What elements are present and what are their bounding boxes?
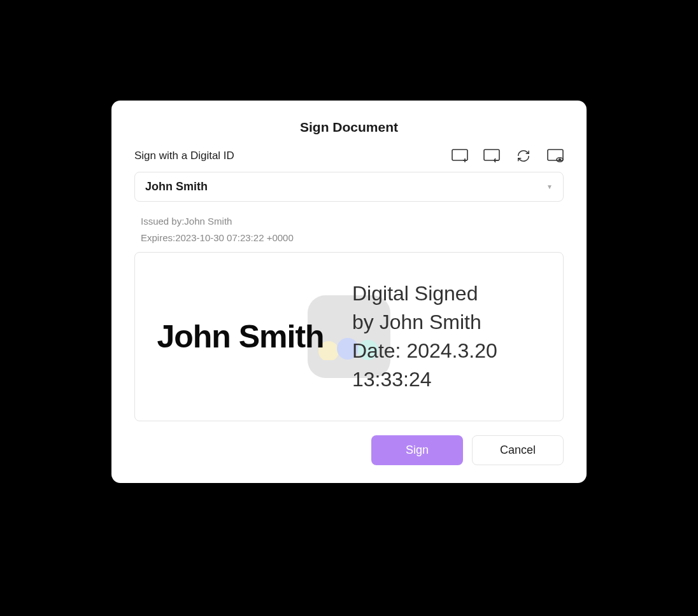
appearance-button[interactable] [547,148,564,164]
sign-document-dialog: Sign Document Sign with a Digital ID [111,101,587,483]
refresh-icon [515,149,532,163]
signature-detail-line: 13:33:24 [352,365,563,394]
signature-details-area: Digital Signed by John Smith Date: 2024.… [346,279,563,393]
refresh-button[interactable] [515,148,532,164]
expires-text: Expires:2023-10-30 07:23:22 +0000 [141,230,564,246]
import-box-icon [483,149,500,163]
signature-name: John Smith [135,318,346,355]
signature-name-area: John Smith [135,318,346,355]
add-box-icon [452,149,468,163]
signature-preview: John Smith Digital Signed by John Smith … [134,252,564,421]
digital-id-select[interactable]: John Smith ▼ [134,172,564,202]
import-id-button[interactable] [483,148,500,164]
create-id-button[interactable] [452,148,468,164]
select-value: John Smith [145,180,208,193]
signature-detail-line: Digital Signed [352,279,563,308]
signature-detail-line: by John Smith [352,308,563,337]
toolbar-row: Sign with a Digital ID [134,148,564,164]
cancel-button[interactable]: Cancel [472,435,564,465]
id-meta: Issued by:John Smith Expires:2023-10-30 … [134,213,564,246]
dialog-title: Sign Document [134,120,564,135]
button-row: Sign Cancel [134,435,564,465]
svg-rect-3 [484,150,499,160]
signature-detail-line: Date: 2024.3.20 [352,337,563,365]
sign-button[interactable]: Sign [371,435,463,465]
view-box-icon [547,149,564,163]
issued-by-text: Issued by:John Smith [141,213,564,230]
chevron-down-icon: ▼ [546,183,553,190]
section-label: Sign with a Digital ID [134,150,234,162]
icon-group [452,148,564,164]
svg-point-6 [559,159,561,161]
